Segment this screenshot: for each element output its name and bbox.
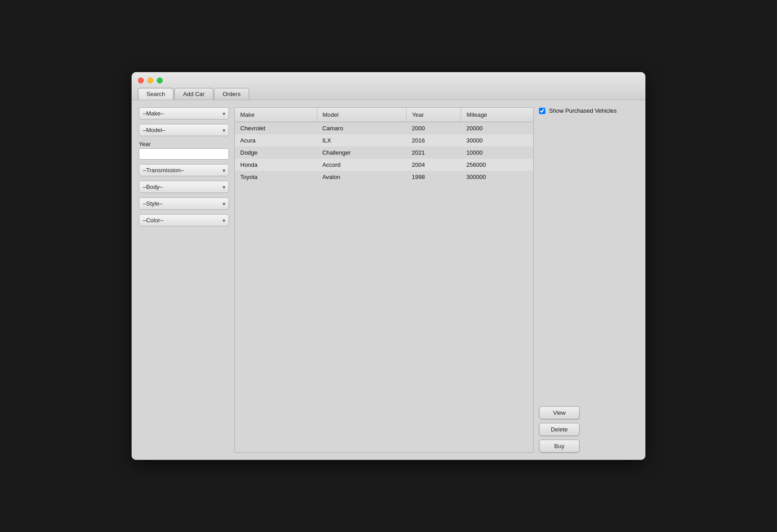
cell-mileage: 300000	[461, 171, 533, 183]
view-button[interactable]: View	[539, 406, 580, 419]
buy-button[interactable]: Buy	[539, 440, 580, 453]
cell-model: Accord	[317, 159, 407, 171]
main-window: Search Add Car Orders –Make– ▼ –Model– ▼…	[132, 72, 645, 460]
cell-make: Toyota	[235, 171, 317, 183]
right-panel: Show Purchased Vehicles View Delete Buy	[539, 107, 638, 453]
model-dropdown[interactable]: –Model–	[139, 124, 229, 136]
cell-model: Challenger	[317, 147, 407, 159]
cell-mileage: 30000	[461, 134, 533, 147]
year-input[interactable]	[139, 148, 229, 160]
table-row[interactable]: ToyotaAvalon1998300000	[235, 171, 533, 183]
cell-year: 2021	[407, 147, 461, 159]
transmission-dropdown[interactable]: –Transmission–	[139, 164, 229, 176]
minimize-button[interactable]	[147, 78, 153, 83]
cell-model: ILX	[317, 134, 407, 147]
cell-year: 2004	[407, 159, 461, 171]
body-dropdown[interactable]: –Body–	[139, 181, 229, 193]
col-header-mileage: Mileage	[461, 108, 533, 122]
action-buttons: View Delete Buy	[539, 406, 638, 453]
show-purchased-text: Show Purchased Vehicles	[549, 107, 617, 114]
close-button[interactable]	[138, 78, 144, 83]
cell-year: 2000	[407, 122, 461, 135]
cell-mileage: 256000	[461, 159, 533, 171]
cell-mileage: 20000	[461, 122, 533, 135]
color-dropdown[interactable]: –Color–	[139, 214, 229, 226]
maximize-button[interactable]	[157, 78, 163, 83]
table-row[interactable]: DodgeChallenger202110000	[235, 147, 533, 159]
tab-bar: Search Add Car Orders	[138, 88, 639, 100]
cell-make: Dodge	[235, 147, 317, 159]
cell-year: 1998	[407, 171, 461, 183]
table-header-row: Make Model Year Mileage	[235, 108, 533, 122]
table-row[interactable]: AcuraILX201630000	[235, 134, 533, 147]
cell-year: 2016	[407, 134, 461, 147]
tab-search[interactable]: Search	[138, 88, 174, 100]
make-dropdown[interactable]: –Make–	[139, 107, 229, 119]
title-bar: Search Add Car Orders	[132, 72, 645, 100]
body-dropdown-wrapper: –Body– ▼	[139, 181, 229, 193]
content-area: –Make– ▼ –Model– ▼ Year –Transmission– ▼	[132, 100, 645, 460]
tab-orders[interactable]: Orders	[214, 88, 249, 100]
cell-make: Chevrolet	[235, 122, 317, 135]
transmission-dropdown-wrapper: –Transmission– ▼	[139, 164, 229, 176]
model-dropdown-wrapper: –Model– ▼	[139, 124, 229, 136]
year-field-group: Year	[139, 141, 229, 160]
col-header-make: Make	[235, 108, 317, 122]
cell-make: Acura	[235, 134, 317, 147]
cell-model: Camaro	[317, 122, 407, 135]
color-dropdown-wrapper: –Color– ▼	[139, 214, 229, 226]
show-purchased-label[interactable]: Show Purchased Vehicles	[539, 107, 638, 114]
table-row[interactable]: ChevroletCamaro200020000	[235, 122, 533, 135]
cell-mileage: 10000	[461, 147, 533, 159]
car-table: Make Model Year Mileage ChevroletCamaro2…	[235, 108, 533, 183]
col-header-year: Year	[407, 108, 461, 122]
make-dropdown-wrapper: –Make– ▼	[139, 107, 229, 119]
style-dropdown[interactable]: –Style–	[139, 197, 229, 210]
table-row[interactable]: HondaAccord2004256000	[235, 159, 533, 171]
style-dropdown-wrapper: –Style– ▼	[139, 197, 229, 210]
cell-make: Honda	[235, 159, 317, 171]
col-header-model: Model	[317, 108, 407, 122]
tab-add-car[interactable]: Add Car	[174, 88, 213, 100]
delete-button[interactable]: Delete	[539, 423, 580, 436]
show-purchased-checkbox[interactable]	[539, 108, 545, 114]
year-label: Year	[139, 141, 229, 147]
cell-model: Avalon	[317, 171, 407, 183]
traffic-lights	[138, 78, 639, 83]
car-table-panel: Make Model Year Mileage ChevroletCamaro2…	[234, 107, 534, 453]
filter-panel: –Make– ▼ –Model– ▼ Year –Transmission– ▼	[139, 107, 229, 453]
